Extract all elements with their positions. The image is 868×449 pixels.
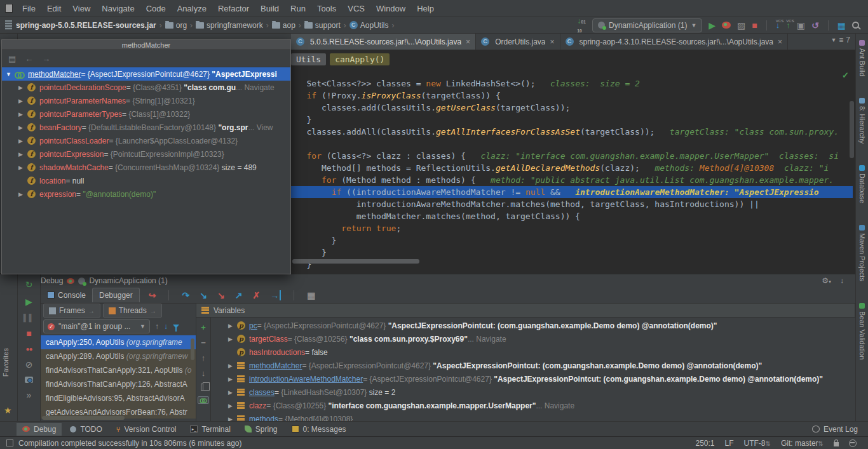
thread-selector[interactable]: ✓ "main"@1 in group ... ▼ bbox=[43, 319, 150, 333]
resume-icon[interactable]: ▶ bbox=[25, 297, 32, 307]
expand-closed-icon[interactable]: ▶ bbox=[18, 164, 27, 171]
popup-row-methodmatcher[interactable]: ▼methodMatcher = {AspectJExpressionPoint… bbox=[2, 67, 290, 81]
popup-row-pointcutdeclarationscope[interactable]: ▶fpointcutDeclarationScope = {Class@4351… bbox=[2, 81, 290, 94]
reader-mode-icon[interactable] bbox=[849, 439, 857, 447]
add-watch-icon[interactable]: + bbox=[201, 323, 206, 332]
tool-button-8-hierarchy[interactable]: 8: Hierarchy bbox=[858, 98, 866, 144]
move-up-icon[interactable]: ↑ bbox=[201, 353, 206, 363]
evaluate-expression-icon[interactable]: ▦ bbox=[307, 290, 315, 300]
navigate-link[interactable]: ... View bbox=[248, 123, 273, 132]
expand-open-icon[interactable]: ▼ bbox=[6, 71, 15, 77]
tool-button-terminal[interactable]: ▸_Terminal bbox=[184, 423, 236, 436]
menu-item-build[interactable]: Build bbox=[255, 1, 285, 16]
show-in-variables-icon[interactable]: ▤ bbox=[8, 54, 16, 64]
menu-item-analyze[interactable]: Analyze bbox=[172, 1, 212, 16]
stack-frame[interactable]: canApply:289, AopUtils (org.springframew bbox=[41, 349, 196, 363]
mute-breakpoints-icon[interactable]: ⊘ bbox=[25, 359, 33, 370]
tool-button-debug[interactable]: Debug bbox=[17, 423, 62, 436]
editor-tab-orderutils-java[interactable]: COrderUtils.java× bbox=[476, 34, 560, 50]
menu-item-file[interactable]: File bbox=[17, 1, 41, 16]
more-actions-icon[interactable]: » bbox=[27, 390, 32, 400]
expand-closed-icon[interactable]: ▶ bbox=[18, 98, 27, 104]
menu-item-code[interactable]: Code bbox=[140, 1, 172, 16]
expand-closed-icon[interactable]: ▶ bbox=[228, 403, 237, 409]
tab-frames[interactable]: Frames→ bbox=[43, 304, 100, 318]
expand-closed-icon[interactable]: ▶ bbox=[18, 138, 27, 144]
previous-frame-icon[interactable]: ↑ bbox=[155, 322, 159, 331]
popup-row-pointcutclassloader[interactable]: ▶fpointcutClassLoader = {Launcher$AppCla… bbox=[2, 134, 290, 147]
variables-row-introductionawaremethodmatcher[interactable]: ▶introductionAwareMethodMatcher = {Aspec… bbox=[212, 372, 855, 385]
next-frame-icon[interactable]: ↓ bbox=[164, 322, 168, 331]
tab-console[interactable]: Console bbox=[41, 288, 92, 302]
expand-closed-icon[interactable]: ▶ bbox=[228, 363, 237, 369]
memory-view-icon[interactable]: ↓0110 bbox=[577, 17, 586, 34]
popup-row-location[interactable]: flocation = null bbox=[2, 174, 290, 187]
coverage-button[interactable]: ▨ bbox=[737, 21, 745, 30]
variables-row-pc[interactable]: ▶ppc = {AspectJExpressionPointcut@4627} … bbox=[212, 319, 855, 332]
navigate-link[interactable]: ... Navigate bbox=[236, 83, 275, 92]
menu-item-edit[interactable]: Edit bbox=[41, 1, 67, 16]
menu-item-help[interactable]: Help bbox=[411, 1, 440, 16]
popup-row-pointcutparameternames[interactable]: ▶fpointcutParameterNames = {String[1]@10… bbox=[2, 94, 290, 107]
step-into-icon[interactable]: ↘ bbox=[200, 290, 207, 300]
background-tasks-icon[interactable] bbox=[6, 439, 13, 446]
tool-button-bean-validation[interactable]: Bean Validation bbox=[858, 303, 866, 359]
back-icon[interactable]: ← bbox=[25, 54, 33, 64]
menu-item-vcs[interactable]: VCS bbox=[342, 1, 370, 16]
popup-row-expression[interactable]: ▶fexpression = "@annotation(demo)" bbox=[2, 187, 290, 201]
debug-settings-gear-icon[interactable]: ⚙▾ bbox=[822, 276, 831, 285]
view-breakpoints-icon[interactable]: ●● bbox=[25, 345, 32, 352]
menu-item-navigate[interactable]: Navigate bbox=[96, 1, 140, 16]
breadcrumb-aop[interactable]: aop bbox=[272, 21, 295, 30]
editor-tab-aoputils-java[interactable]: C5.0.5.RELEASE-sources.jar!\...\AopUtils… bbox=[291, 34, 476, 50]
move-down-icon[interactable]: ↓ bbox=[201, 368, 206, 378]
favorites-tool-button[interactable]: Favorites bbox=[2, 348, 10, 377]
menu-item-view[interactable]: View bbox=[67, 1, 96, 16]
tool-button-database[interactable]: Database bbox=[858, 165, 866, 203]
tab-overflow[interactable]: ▼ ≡7 bbox=[831, 36, 850, 44]
breadcrumb-class[interactable]: CAopUtils bbox=[349, 21, 389, 30]
tool-button-spring[interactable]: Spring bbox=[239, 423, 283, 436]
navigate-link[interactable]: ... Navigate bbox=[468, 335, 506, 344]
tool-button-maven-projects[interactable]: Maven Projects bbox=[858, 225, 866, 281]
breadcrumb-org[interactable]: org bbox=[165, 21, 187, 30]
drop-frame-icon[interactable]: ✗ bbox=[252, 290, 260, 300]
variables-row-targetclass[interactable]: ▶ptargetClass = {Class@10256} "class com… bbox=[212, 332, 855, 345]
show-watches-toggle[interactable] bbox=[198, 396, 209, 404]
expand-closed-icon[interactable]: ▶ bbox=[18, 84, 27, 91]
expand-closed-icon[interactable]: ▶ bbox=[228, 416, 237, 422]
run-configuration-select[interactable]: DynamicApplication (1) ▼ bbox=[592, 18, 702, 32]
popup-row-pointcutexpression[interactable]: ▶fpointcutExpression = {PointcutExpressi… bbox=[2, 147, 290, 161]
breadcrumb-support[interactable]: support bbox=[304, 21, 341, 30]
event-log-button[interactable]: Event Log bbox=[812, 425, 868, 434]
navigate-link[interactable]: ... Navigate bbox=[536, 401, 574, 410]
close-icon[interactable]: × bbox=[466, 37, 470, 46]
project-structure-icon[interactable]: ▦ bbox=[837, 21, 846, 30]
breadcrumb-chip-class[interactable]: Utils bbox=[291, 53, 326, 65]
variables-row-methods[interactable]: ▶methods = {Method[4]@10308} bbox=[212, 412, 855, 421]
expand-closed-icon[interactable]: ▶ bbox=[228, 389, 237, 396]
menu-item-run[interactable]: Run bbox=[285, 1, 311, 16]
tool-button-0-messages[interactable]: 0: Messages bbox=[286, 423, 352, 436]
menu-item-tools[interactable]: Tools bbox=[311, 1, 342, 16]
expand-closed-icon[interactable]: ▶ bbox=[18, 124, 27, 131]
menu-item-refactor[interactable]: Refactor bbox=[212, 1, 255, 16]
expand-closed-icon[interactable]: ▶ bbox=[228, 336, 237, 342]
line-ending-selector[interactable]: LF bbox=[725, 439, 734, 448]
frames-vscrollbar[interactable] bbox=[191, 338, 194, 360]
breadcrumb-jar[interactable]: spring-aop-5.0.5.RELEASE-sources.jar bbox=[16, 21, 156, 30]
editor-tab-aoputils-java[interactable]: Cspring-aop-4.3.10.RELEASE-sources.jar!\… bbox=[560, 34, 789, 50]
debug-button[interactable] bbox=[722, 22, 731, 29]
stack-frame[interactable]: findEligibleAdvisors:95, AbstractAdvisor… bbox=[41, 391, 196, 405]
tool-button-version-control[interactable]: ⑂Version Control bbox=[111, 423, 182, 436]
vcs-commit-button[interactable]: VCS↑ bbox=[786, 22, 790, 29]
rollback-icon[interactable]: ↺ bbox=[811, 21, 819, 30]
force-step-into-icon[interactable]: ↘ bbox=[217, 290, 225, 300]
frames-hscrollbar[interactable] bbox=[42, 416, 125, 420]
lock-icon[interactable] bbox=[834, 442, 839, 446]
popup-row-pointcutparametertypes[interactable]: ▶fpointcutParameterTypes = {Class[1]@103… bbox=[2, 107, 290, 121]
variables-row-methodmatcher[interactable]: ▶methodMatcher = {AspectJExpressionPoint… bbox=[212, 359, 855, 372]
breadcrumb-chip-method[interactable]: canApply() bbox=[330, 53, 390, 65]
run-button[interactable]: ▶ bbox=[709, 21, 715, 30]
expand-closed-icon[interactable]: ▶ bbox=[228, 323, 237, 329]
